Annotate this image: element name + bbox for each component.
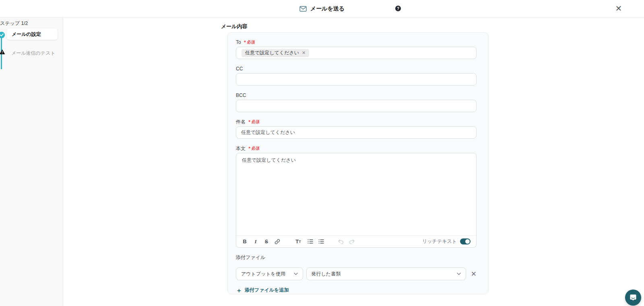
chevron-down-icon [294,273,298,275]
redo-icon[interactable] [349,239,355,244]
help-icon[interactable]: ? [395,6,401,11]
step-complete-check-icon [0,32,5,38]
attachment-doc-select[interactable]: 発行した書類 [306,267,466,280]
mail-envelope-icon [299,6,307,12]
modal-title: メールを送る [310,5,345,12]
chevron-down-icon [457,273,461,275]
sidebar-item-mail-settings[interactable]: メールの設定 [7,29,58,40]
step-counter: ステップ 1/2 [0,20,28,27]
attachments-label: 添付ファイル [236,255,477,260]
richtext-label: リッチテキスト [422,238,457,245]
steps-sidebar: ステップ 1/2 メールの設定 メール送信のテスト [0,18,63,306]
mail-content-card: To ＊必須 任意で設定してください ✕ CC BCC 件名 ＊必須 本文 ＊必… [227,32,489,294]
to-input[interactable]: 任意で設定してください ✕ [236,47,477,59]
subject-input[interactable] [236,126,477,139]
plus-icon: ＋ [236,287,242,293]
body-label: 本文 ＊必須 [236,146,477,151]
toggle-knob [465,239,470,244]
step-warning-icon [0,49,5,55]
required-badge: ＊必須 [248,146,260,151]
sidebar-item-mail-send-test[interactable]: メール送信のテスト [11,50,56,57]
required-badge: ＊必須 [248,119,260,125]
body-editor: 任意で設定してください B I S TT [236,153,477,248]
chip-remove-icon[interactable]: ✕ [302,51,305,55]
subject-label: 件名 ＊必須 [236,119,477,125]
add-attachment-button[interactable]: ＋ 添付ファイルを追加 [236,287,289,294]
body-editor-toolbar: B I S TT [236,235,476,247]
cc-label: CC [236,66,477,72]
attachment-remove-icon[interactable]: ✕ [471,271,477,277]
bcc-label: BCC [236,92,477,98]
bold-icon[interactable]: B [242,238,248,244]
chat-launcher-icon[interactable] [625,290,641,306]
close-icon[interactable]: ✕ [613,3,624,14]
text-format-icon[interactable]: TT [294,238,302,244]
numbered-list-icon[interactable] [318,239,324,244]
attachment-source-select[interactable]: アウトプットを使用 [236,267,303,280]
to-recipient-chip: 任意で設定してください ✕ [242,49,309,57]
modal-header: メールを送る ? ✕ [0,0,644,18]
undo-icon[interactable] [338,239,344,244]
bullet-list-icon[interactable] [308,239,313,244]
to-label: To ＊必須 [236,39,477,45]
body-editor-textarea[interactable]: 任意で設定してください [236,153,476,235]
attachment-row: アウトプットを使用 発行した書類 ✕ [236,267,477,280]
italic-icon[interactable]: I [253,238,258,245]
bcc-input[interactable] [236,100,477,112]
required-badge: ＊必須 [243,39,255,45]
section-title: メール内容 [221,23,248,30]
richtext-toggle[interactable] [460,238,471,244]
strikethrough-icon[interactable]: S [264,239,269,244]
link-icon[interactable] [275,239,280,244]
cc-input[interactable] [236,73,477,86]
